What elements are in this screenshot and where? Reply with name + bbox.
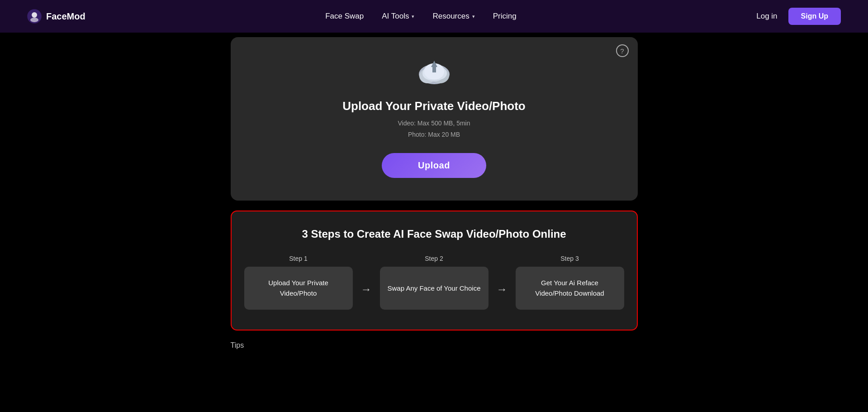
arrow-icon-2: → — [497, 283, 508, 296]
nav-resources[interactable]: Resources ▾ — [432, 12, 474, 21]
nav-face-swap[interactable]: Face Swap — [325, 12, 364, 21]
steps-row: Step 1 Upload Your Private Video/Photo →… — [254, 255, 614, 310]
step-2-box: Swap Any Face of Your Choice — [380, 267, 489, 310]
step-3-wrapper: Step 3 Get Your Ai Reface Video/Photo Do… — [516, 255, 624, 310]
chevron-down-icon: ▾ — [472, 14, 475, 19]
upload-button[interactable]: Upload — [382, 153, 486, 178]
nav-actions: Log in Sign Up — [756, 8, 841, 25]
svg-point-1 — [32, 12, 37, 18]
logo[interactable]: FaceMod — [27, 9, 85, 24]
chevron-down-icon: ▾ — [412, 14, 414, 19]
tips-label: Tips — [231, 341, 244, 349]
logo-icon — [27, 9, 42, 24]
step-2-wrapper: Step 2 Swap Any Face of Your Choice — [380, 255, 489, 310]
nav-pricing[interactable]: Pricing — [493, 12, 517, 21]
steps-title: 3 Steps to Create AI Face Swap Video/Pho… — [254, 228, 614, 240]
nav-links: Face Swap AI Tools ▾ Resources ▾ Pricing — [325, 12, 516, 21]
upload-limits: Video: Max 500 MB, 5min Photo: Max 20 MB — [398, 118, 470, 140]
navbar: FaceMod Face Swap AI Tools ▾ Resources ▾… — [0, 0, 868, 33]
tips-section: Tips — [231, 341, 638, 363]
step-3-box: Get Your Ai Reface Video/Photo Download — [516, 267, 624, 310]
step-1-label: Step 1 — [289, 255, 307, 262]
svg-point-2 — [30, 18, 38, 22]
nav-ai-tools[interactable]: AI Tools ▾ — [382, 12, 414, 21]
login-button[interactable]: Log in — [756, 12, 777, 21]
cloud-upload-icon — [414, 55, 455, 91]
steps-section: 3 Steps to Create AI Face Swap Video/Pho… — [231, 211, 638, 331]
upload-section: ? Upload Your Private Video/Photo Video:… — [231, 37, 638, 201]
main-content: ? Upload Your Private Video/Photo Video:… — [0, 33, 868, 363]
arrow-icon-1: → — [361, 283, 372, 296]
step-1-wrapper: Step 1 Upload Your Private Video/Photo — [244, 255, 353, 310]
step-3-label: Step 3 — [560, 255, 579, 262]
help-icon[interactable]: ? — [616, 44, 629, 57]
upload-title: Upload Your Private Video/Photo — [342, 99, 526, 113]
logo-text: FaceMod — [46, 11, 85, 22]
step-1-box: Upload Your Private Video/Photo — [244, 267, 353, 310]
step-2-label: Step 2 — [425, 255, 443, 262]
signup-button[interactable]: Sign Up — [788, 8, 841, 25]
